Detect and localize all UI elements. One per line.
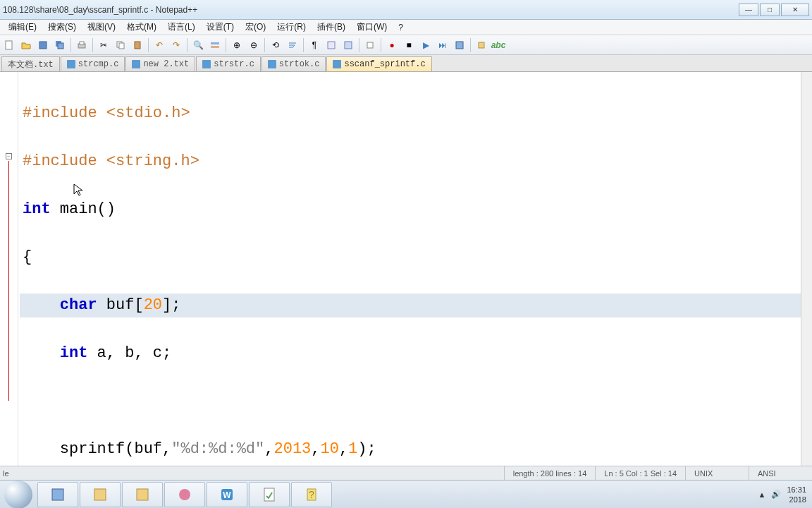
svg-rect-1 [39,42,47,49]
statusbar: le length : 280 lines : 14 Ln : 5 Col : … [0,466,812,480]
menubar: 编辑(E) 搜索(S) 视图(V) 格式(M) 语言(L) 设置(T) 宏(O)… [0,20,812,35]
tab-item[interactable]: new 2.txt [125,56,195,71]
menu-search[interactable]: 搜索(S) [42,20,82,35]
tabbar: 本文档.txt strcmp.c new 2.txt strstr.c strt… [0,55,812,72]
wrap-icon[interactable] [285,37,300,53]
menu-format[interactable]: 格式(M) [121,20,162,35]
show-all-icon[interactable]: ¶ [307,37,322,53]
copy-icon[interactable] [113,37,128,53]
zoom-out-icon[interactable]: ⊖ [246,37,262,53]
menu-plugins[interactable]: 插件(B) [312,20,351,35]
clock[interactable]: 16:31 2018 [787,485,806,504]
svg-rect-13 [367,42,373,48]
svg-rect-9 [211,42,219,44]
replace-icon[interactable] [207,37,223,53]
code-editor[interactable]: − #include <stdio.h> #include <string.h>… [0,72,812,476]
scrollbar-vertical[interactable] [801,72,812,476]
system-tray[interactable]: ▲ 🔊 16:31 2018 [758,485,812,504]
taskbar-app[interactable]: W [207,482,247,507]
menu-edit[interactable]: 编辑(E) [3,20,42,35]
svg-rect-7 [119,43,124,49]
tray-icon[interactable]: 🔊 [771,490,781,499]
taskbar-app[interactable] [122,482,163,507]
indent-icon[interactable] [324,37,339,53]
close-button[interactable]: ✕ [781,4,809,16]
file-icon [333,60,341,68]
record-icon[interactable]: ● [384,37,400,53]
menu-settings[interactable]: 设置(T) [201,20,240,35]
svg-text:W: W [223,490,231,500]
stop-icon[interactable]: ■ [401,37,417,53]
undo-icon[interactable]: ↶ [152,37,167,53]
play-icon[interactable]: ▶ [418,37,433,53]
window-title: 108.128\share\08_day\sscanf_sprintf.c - … [3,5,737,15]
sync-icon[interactable]: ⟲ [268,37,283,53]
menu-window[interactable]: 窗口(W) [351,20,393,35]
svg-rect-15 [479,42,484,48]
taskbar-app[interactable] [37,482,78,507]
menu-view[interactable]: 视图(V) [82,20,121,35]
svg-rect-10 [211,46,219,48]
open-icon[interactable] [18,37,34,53]
status-encoding: ANSI [749,466,812,480]
taskbar-app[interactable] [249,482,290,507]
file-icon [202,60,211,68]
cut-icon[interactable]: ✂ [96,37,111,53]
misc-icon[interactable] [474,37,489,53]
tab-item[interactable]: 本文档.txt [1,56,60,71]
save-macro-icon[interactable] [452,37,467,53]
svg-rect-22 [264,488,274,501]
taskbar-app[interactable]: ? [291,482,332,507]
start-button[interactable] [4,480,32,509]
tray-icon[interactable]: ▲ [758,490,766,499]
find-icon[interactable]: 🔍 [190,37,206,53]
menu-language[interactable]: 语言(L) [162,20,201,35]
taskbar-app[interactable] [164,482,205,507]
guide-icon[interactable] [340,37,356,53]
print-icon[interactable] [74,37,90,53]
menu-run[interactable]: 运行(R) [271,20,312,35]
maximize-button[interactable]: □ [760,4,780,16]
status-length: length : 280 lines : 14 [504,466,596,480]
paste-icon[interactable] [130,37,145,53]
file-icon [67,60,75,68]
code-area[interactable]: #include <stdio.h> #include <string.h> i… [18,72,812,476]
svg-point-19 [179,489,190,500]
taskbar-app[interactable] [80,482,121,507]
spell-icon[interactable]: abc [491,37,506,53]
save-icon[interactable] [35,37,51,53]
save-all-icon[interactable] [52,37,68,53]
new-icon[interactable] [1,37,17,53]
svg-rect-12 [345,42,352,49]
menu-help[interactable]: ? [393,21,409,34]
taskbar: W ? ▲ 🔊 16:31 2018 [0,480,812,508]
status-left: le [0,469,504,478]
fold-margin[interactable]: − [0,72,18,476]
tab-item[interactable]: strtok.c [262,56,326,71]
titlebar: 108.128\share\08_day\sscanf_sprintf.c - … [0,0,812,20]
svg-rect-8 [135,42,140,49]
svg-rect-5 [80,42,84,44]
svg-rect-3 [58,43,63,49]
fast-icon[interactable]: ⏭ [435,37,450,53]
tab-item-active[interactable]: sscanf_sprintf.c [326,56,431,71]
fold-toggle[interactable]: − [6,153,12,159]
redo-icon[interactable]: ↷ [168,37,184,53]
zoom-in-icon[interactable]: ⊕ [229,37,245,53]
fold-line [8,161,9,401]
svg-rect-0 [6,41,12,49]
mouse-cursor [73,183,83,198]
fold-icon[interactable] [362,37,378,53]
status-eol: UNIX [685,466,749,480]
svg-rect-17 [94,489,106,500]
file-icon [268,60,276,68]
toolbar: ✂ ↶ ↷ 🔍 ⊕ ⊖ ⟲ ¶ ● ■ ▶ ⏭ abc [0,35,812,55]
tab-item[interactable]: strstr.c [196,56,261,71]
svg-rect-16 [52,489,63,500]
tab-item[interactable]: strcmp.c [61,56,125,71]
status-position: Ln : 5 Col : 1 Sel : 14 [595,466,685,480]
svg-text:?: ? [309,489,314,500]
svg-rect-18 [137,489,148,500]
minimize-button[interactable]: — [739,4,758,16]
menu-macro[interactable]: 宏(O) [240,20,271,35]
